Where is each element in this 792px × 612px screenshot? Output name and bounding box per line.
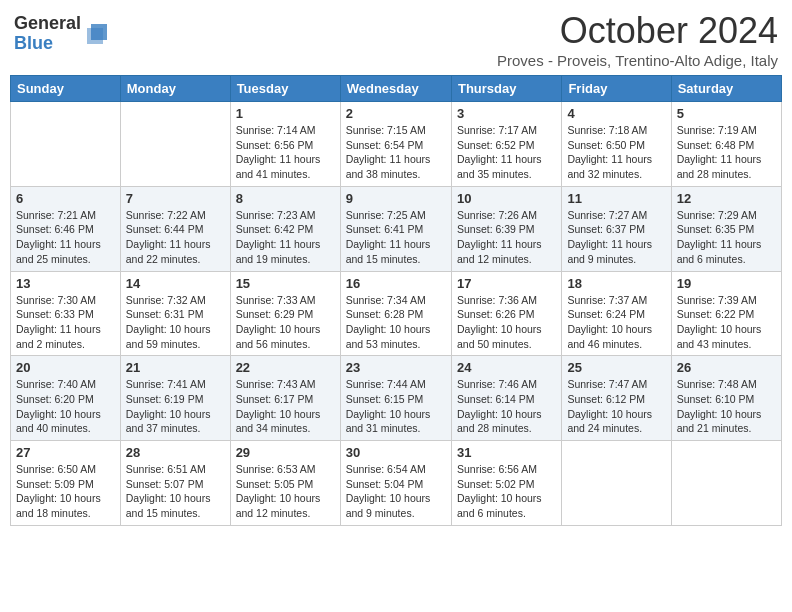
calendar-cell: 4Sunrise: 7:18 AMSunset: 6:50 PMDaylight… bbox=[562, 102, 671, 187]
logo-blue-text: Blue bbox=[14, 34, 81, 54]
calendar-cell: 30Sunrise: 6:54 AMSunset: 5:04 PMDayligh… bbox=[340, 441, 451, 526]
day-number: 5 bbox=[677, 106, 776, 121]
day-info: Sunrise: 7:40 AMSunset: 6:20 PMDaylight:… bbox=[16, 377, 115, 436]
day-info: Sunrise: 7:26 AMSunset: 6:39 PMDaylight:… bbox=[457, 208, 556, 267]
calendar-cell: 10Sunrise: 7:26 AMSunset: 6:39 PMDayligh… bbox=[451, 186, 561, 271]
calendar-cell: 22Sunrise: 7:43 AMSunset: 6:17 PMDayligh… bbox=[230, 356, 340, 441]
day-info: Sunrise: 7:18 AMSunset: 6:50 PMDaylight:… bbox=[567, 123, 665, 182]
logo-icon bbox=[83, 20, 111, 48]
calendar-cell: 14Sunrise: 7:32 AMSunset: 6:31 PMDayligh… bbox=[120, 271, 230, 356]
day-number: 21 bbox=[126, 360, 225, 375]
calendar-week-row: 6Sunrise: 7:21 AMSunset: 6:46 PMDaylight… bbox=[11, 186, 782, 271]
day-number: 18 bbox=[567, 276, 665, 291]
day-number: 3 bbox=[457, 106, 556, 121]
day-number: 24 bbox=[457, 360, 556, 375]
calendar-week-row: 13Sunrise: 7:30 AMSunset: 6:33 PMDayligh… bbox=[11, 271, 782, 356]
day-number: 17 bbox=[457, 276, 556, 291]
column-header-sunday: Sunday bbox=[11, 76, 121, 102]
day-number: 6 bbox=[16, 191, 115, 206]
calendar-cell: 19Sunrise: 7:39 AMSunset: 6:22 PMDayligh… bbox=[671, 271, 781, 356]
calendar-week-row: 20Sunrise: 7:40 AMSunset: 6:20 PMDayligh… bbox=[11, 356, 782, 441]
calendar-cell: 24Sunrise: 7:46 AMSunset: 6:14 PMDayligh… bbox=[451, 356, 561, 441]
calendar-cell: 18Sunrise: 7:37 AMSunset: 6:24 PMDayligh… bbox=[562, 271, 671, 356]
day-number: 10 bbox=[457, 191, 556, 206]
calendar-cell: 13Sunrise: 7:30 AMSunset: 6:33 PMDayligh… bbox=[11, 271, 121, 356]
day-number: 4 bbox=[567, 106, 665, 121]
day-number: 2 bbox=[346, 106, 446, 121]
calendar-cell bbox=[562, 441, 671, 526]
day-number: 27 bbox=[16, 445, 115, 460]
day-number: 20 bbox=[16, 360, 115, 375]
day-info: Sunrise: 6:53 AMSunset: 5:05 PMDaylight:… bbox=[236, 462, 335, 521]
day-number: 11 bbox=[567, 191, 665, 206]
day-info: Sunrise: 7:22 AMSunset: 6:44 PMDaylight:… bbox=[126, 208, 225, 267]
calendar-cell: 21Sunrise: 7:41 AMSunset: 6:19 PMDayligh… bbox=[120, 356, 230, 441]
day-info: Sunrise: 7:14 AMSunset: 6:56 PMDaylight:… bbox=[236, 123, 335, 182]
calendar-cell: 6Sunrise: 7:21 AMSunset: 6:46 PMDaylight… bbox=[11, 186, 121, 271]
day-info: Sunrise: 7:44 AMSunset: 6:15 PMDaylight:… bbox=[346, 377, 446, 436]
calendar-cell: 12Sunrise: 7:29 AMSunset: 6:35 PMDayligh… bbox=[671, 186, 781, 271]
day-number: 8 bbox=[236, 191, 335, 206]
calendar-cell: 28Sunrise: 6:51 AMSunset: 5:07 PMDayligh… bbox=[120, 441, 230, 526]
calendar-cell: 23Sunrise: 7:44 AMSunset: 6:15 PMDayligh… bbox=[340, 356, 451, 441]
column-header-wednesday: Wednesday bbox=[340, 76, 451, 102]
column-header-monday: Monday bbox=[120, 76, 230, 102]
day-number: 29 bbox=[236, 445, 335, 460]
calendar-cell: 26Sunrise: 7:48 AMSunset: 6:10 PMDayligh… bbox=[671, 356, 781, 441]
day-info: Sunrise: 7:36 AMSunset: 6:26 PMDaylight:… bbox=[457, 293, 556, 352]
day-info: Sunrise: 7:37 AMSunset: 6:24 PMDaylight:… bbox=[567, 293, 665, 352]
calendar-cell: 15Sunrise: 7:33 AMSunset: 6:29 PMDayligh… bbox=[230, 271, 340, 356]
day-number: 9 bbox=[346, 191, 446, 206]
calendar-cell bbox=[120, 102, 230, 187]
day-info: Sunrise: 7:23 AMSunset: 6:42 PMDaylight:… bbox=[236, 208, 335, 267]
calendar-cell: 29Sunrise: 6:53 AMSunset: 5:05 PMDayligh… bbox=[230, 441, 340, 526]
calendar-cell: 9Sunrise: 7:25 AMSunset: 6:41 PMDaylight… bbox=[340, 186, 451, 271]
calendar-cell: 31Sunrise: 6:56 AMSunset: 5:02 PMDayligh… bbox=[451, 441, 561, 526]
day-info: Sunrise: 7:17 AMSunset: 6:52 PMDaylight:… bbox=[457, 123, 556, 182]
day-info: Sunrise: 7:15 AMSunset: 6:54 PMDaylight:… bbox=[346, 123, 446, 182]
day-info: Sunrise: 7:43 AMSunset: 6:17 PMDaylight:… bbox=[236, 377, 335, 436]
calendar-cell: 7Sunrise: 7:22 AMSunset: 6:44 PMDaylight… bbox=[120, 186, 230, 271]
title-section: October 2024 Proves - Proveis, Trentino-… bbox=[497, 10, 778, 69]
calendar-cell: 25Sunrise: 7:47 AMSunset: 6:12 PMDayligh… bbox=[562, 356, 671, 441]
day-number: 1 bbox=[236, 106, 335, 121]
calendar-cell bbox=[671, 441, 781, 526]
day-info: Sunrise: 7:19 AMSunset: 6:48 PMDaylight:… bbox=[677, 123, 776, 182]
day-info: Sunrise: 7:21 AMSunset: 6:46 PMDaylight:… bbox=[16, 208, 115, 267]
day-info: Sunrise: 7:48 AMSunset: 6:10 PMDaylight:… bbox=[677, 377, 776, 436]
page-header: General Blue October 2024 Proves - Prove… bbox=[10, 10, 782, 69]
column-header-saturday: Saturday bbox=[671, 76, 781, 102]
calendar-cell: 16Sunrise: 7:34 AMSunset: 6:28 PMDayligh… bbox=[340, 271, 451, 356]
day-info: Sunrise: 7:41 AMSunset: 6:19 PMDaylight:… bbox=[126, 377, 225, 436]
day-number: 23 bbox=[346, 360, 446, 375]
calendar-cell: 5Sunrise: 7:19 AMSunset: 6:48 PMDaylight… bbox=[671, 102, 781, 187]
calendar-header-row: SundayMondayTuesdayWednesdayThursdayFrid… bbox=[11, 76, 782, 102]
day-number: 28 bbox=[126, 445, 225, 460]
day-info: Sunrise: 6:50 AMSunset: 5:09 PMDaylight:… bbox=[16, 462, 115, 521]
day-number: 7 bbox=[126, 191, 225, 206]
day-number: 14 bbox=[126, 276, 225, 291]
day-info: Sunrise: 7:29 AMSunset: 6:35 PMDaylight:… bbox=[677, 208, 776, 267]
logo: General Blue bbox=[14, 14, 111, 54]
calendar-cell: 20Sunrise: 7:40 AMSunset: 6:20 PMDayligh… bbox=[11, 356, 121, 441]
svg-marker-1 bbox=[87, 28, 103, 44]
day-info: Sunrise: 7:25 AMSunset: 6:41 PMDaylight:… bbox=[346, 208, 446, 267]
calendar-cell: 27Sunrise: 6:50 AMSunset: 5:09 PMDayligh… bbox=[11, 441, 121, 526]
calendar-cell: 1Sunrise: 7:14 AMSunset: 6:56 PMDaylight… bbox=[230, 102, 340, 187]
calendar-cell: 17Sunrise: 7:36 AMSunset: 6:26 PMDayligh… bbox=[451, 271, 561, 356]
day-info: Sunrise: 6:51 AMSunset: 5:07 PMDaylight:… bbox=[126, 462, 225, 521]
day-number: 19 bbox=[677, 276, 776, 291]
calendar-cell: 3Sunrise: 7:17 AMSunset: 6:52 PMDaylight… bbox=[451, 102, 561, 187]
calendar-cell: 8Sunrise: 7:23 AMSunset: 6:42 PMDaylight… bbox=[230, 186, 340, 271]
day-info: Sunrise: 7:39 AMSunset: 6:22 PMDaylight:… bbox=[677, 293, 776, 352]
day-number: 31 bbox=[457, 445, 556, 460]
day-number: 22 bbox=[236, 360, 335, 375]
day-info: Sunrise: 7:33 AMSunset: 6:29 PMDaylight:… bbox=[236, 293, 335, 352]
day-info: Sunrise: 7:27 AMSunset: 6:37 PMDaylight:… bbox=[567, 208, 665, 267]
column-header-thursday: Thursday bbox=[451, 76, 561, 102]
month-title: October 2024 bbox=[497, 10, 778, 52]
day-number: 15 bbox=[236, 276, 335, 291]
calendar-week-row: 27Sunrise: 6:50 AMSunset: 5:09 PMDayligh… bbox=[11, 441, 782, 526]
day-number: 30 bbox=[346, 445, 446, 460]
calendar-week-row: 1Sunrise: 7:14 AMSunset: 6:56 PMDaylight… bbox=[11, 102, 782, 187]
